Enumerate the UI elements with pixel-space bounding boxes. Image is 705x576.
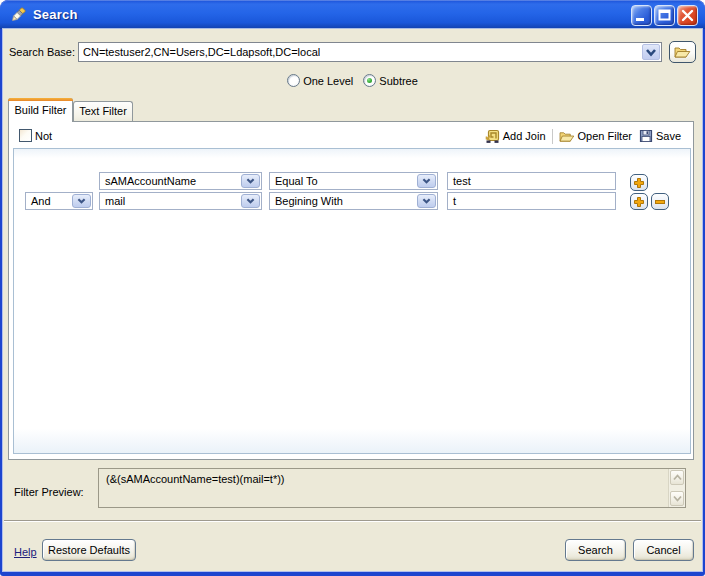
row2-conjunction-dropdown-button[interactable] [72, 194, 91, 208]
maximize-button[interactable] [654, 5, 675, 26]
search-pencil-icon [10, 6, 27, 23]
minimize-icon [632, 6, 651, 25]
not-label: Not [35, 130, 52, 142]
dialog-body: Search Base: CN=testuser2,CN=Users,DC=Ld… [3, 29, 702, 571]
row2-value-field[interactable]: t [447, 192, 616, 210]
row2-operator-combobox[interactable]: Begining With [269, 192, 438, 210]
build-filter-panel: Not Add Join [8, 121, 694, 460]
open-filter-label: Open Filter [578, 130, 632, 142]
row1-attribute-combobox[interactable]: sAMAccountName [99, 172, 262, 190]
search-dialog-window: Search Search Base: CN=test [0, 0, 705, 576]
footer-separator [4, 520, 701, 522]
row1-value-text: test [453, 175, 471, 187]
search-base-label: Search Base: [9, 46, 75, 58]
row2-conjunction-value: And [31, 195, 51, 207]
filter-preview-value: (&(sAMAccountName=test)(mail=t*)) [106, 473, 285, 485]
open-filter-button[interactable]: Open Filter [559, 130, 632, 143]
filter-preview-textarea[interactable]: (&(sAMAccountName=test)(mail=t*)) [98, 468, 686, 508]
chevron-down-icon [421, 197, 432, 205]
filter-preview-label: Filter Preview: [14, 486, 84, 498]
window-title: Search [33, 7, 78, 22]
titlebar[interactable]: Search [0, 0, 705, 29]
scroll-down-button[interactable] [670, 491, 684, 506]
maximize-icon [655, 6, 674, 25]
add-join-label: Add Join [503, 130, 546, 142]
chevron-down-icon [645, 48, 657, 57]
row2-conjunction-combobox[interactable]: And [25, 192, 93, 210]
close-button[interactable] [677, 5, 698, 26]
scroll-up-button[interactable] [670, 470, 684, 485]
row2-remove-condition-button[interactable] [651, 193, 669, 210]
row2-operator-dropdown-button[interactable] [417, 194, 436, 208]
row1-operator-dropdown-button[interactable] [417, 174, 436, 188]
add-join-button[interactable]: Add Join [485, 129, 546, 144]
restore-defaults-button[interactable]: Restore Defaults [42, 539, 136, 561]
scope-radio-group: One Level Subtree [3, 74, 702, 87]
filter-preview-scrollbar[interactable] [668, 469, 685, 507]
row1-attribute-dropdown-button[interactable] [241, 174, 260, 188]
row2-attribute-dropdown-button[interactable] [241, 194, 260, 208]
open-folder-icon [559, 130, 575, 143]
search-base-combobox[interactable]: CN=testuser2,CN=Users,DC=Ldapsoft,DC=loc… [78, 42, 662, 62]
help-link[interactable]: Help [14, 546, 37, 558]
row1-operator-combobox[interactable]: Equal To [269, 172, 438, 190]
search-base-value: CN=testuser2,CN=Users,DC=Ldapsoft,DC=loc… [83, 46, 320, 58]
row1-operator-value: Equal To [275, 175, 318, 187]
plus-icon [633, 177, 645, 189]
tab-build-filter[interactable]: Build Filter [8, 98, 73, 122]
radio-one-level[interactable] [287, 74, 300, 87]
row1-add-condition-button[interactable] [630, 174, 648, 191]
build-filter-tab-label: Build Filter [15, 104, 67, 116]
open-folder-icon [674, 45, 691, 59]
row1-attribute-value: sAMAccountName [105, 175, 196, 187]
browse-search-base-button[interactable] [669, 41, 696, 63]
subtree-label: Subtree [379, 75, 418, 87]
save-filter-button[interactable]: Save [639, 129, 681, 143]
filter-rows-panel: sAMAccountName Equal To [13, 148, 691, 454]
scope-option-subtree[interactable]: Subtree [363, 74, 418, 87]
toolbar-separator [552, 129, 553, 144]
save-filter-label: Save [656, 130, 681, 142]
caption-buttons [631, 5, 698, 26]
not-checkbox[interactable] [19, 129, 32, 142]
scope-option-one-level[interactable]: One Level [287, 74, 353, 87]
row2-operator-value: Begining With [275, 195, 343, 207]
cancel-button[interactable]: Cancel [633, 539, 694, 561]
row2-add-condition-button[interactable] [630, 193, 648, 210]
join-icon [485, 129, 500, 144]
minus-icon [654, 196, 666, 208]
chevron-up-icon [673, 474, 682, 481]
toolbar-separator [635, 129, 636, 144]
row2-attribute-value: mail [105, 195, 125, 207]
row1-value-field[interactable]: test [447, 172, 616, 190]
save-icon [639, 129, 653, 143]
row2-value-text: t [453, 195, 456, 207]
chevron-down-icon [421, 177, 432, 185]
chevron-down-icon [245, 177, 256, 185]
chevron-down-icon [673, 495, 682, 502]
row2-attribute-combobox[interactable]: mail [99, 192, 262, 210]
search-base-dropdown-button[interactable] [642, 44, 660, 60]
filter-toolbar: Add Join Open Filter [485, 127, 681, 145]
plus-icon [633, 196, 645, 208]
chevron-down-icon [245, 197, 256, 205]
one-level-label: One Level [303, 75, 353, 87]
radio-subtree[interactable] [363, 74, 376, 87]
search-button[interactable]: Search [565, 539, 626, 561]
minimize-button[interactable] [631, 5, 652, 26]
chevron-down-icon [76, 197, 87, 205]
close-icon [678, 6, 697, 25]
text-filter-tab-label: Text Filter [79, 105, 127, 117]
tab-text-filter[interactable]: Text Filter [73, 101, 133, 122]
